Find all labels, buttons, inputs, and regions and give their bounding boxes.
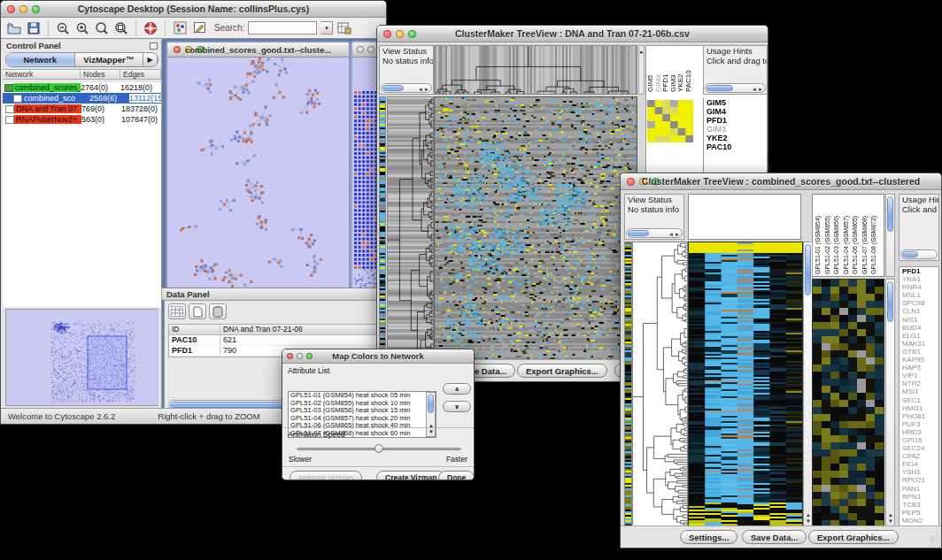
column-label[interactable]: YKE2 [677,46,685,94]
float-panel-icon[interactable] [150,42,158,50]
gene-label[interactable]: PHO81 [900,412,938,420]
new-attribute-icon[interactable] [189,303,206,319]
column-label[interactable]: PAC10 [685,46,693,94]
network-canvas[interactable] [167,58,349,324]
zoom-heatmap[interactable] [812,279,884,526]
zoom-in-icon[interactable] [74,20,90,36]
tab-vizmapper[interactable]: VizMapper™ [75,53,144,66]
gene-label[interactable]: VIP1 [900,372,938,380]
gene-label[interactable]: GIM3 [704,125,767,134]
settings-button[interactable]: Settings... [680,530,737,544]
gene-label[interactable]: CPA2 [900,452,938,460]
gene-label[interactable]: GTB1 [900,348,938,356]
export-graphics-button[interactable]: Export Graphics... [808,530,899,544]
zoom-selected-icon[interactable] [94,20,110,36]
delete-attribute-icon[interactable] [209,303,227,319]
gene-label[interactable]: PEP5 [900,509,938,517]
gene-label[interactable]: MSL1 [900,291,938,299]
gene-label[interactable]: GPI16 [900,436,938,444]
column-label[interactable]: GPL51-07 (GSM868) [861,195,871,276]
done-button[interactable]: Done [438,471,475,480]
main-titlebar[interactable]: Cytoscape Desktop (Session Name: collins… [1,1,386,18]
data-panel-titlebar[interactable]: Data Panel [162,288,386,300]
gene-label[interactable]: SEC24 [900,444,938,452]
treeview2-titlebar[interactable]: ClusterMaker TreeView : combined_scores_… [621,173,941,190]
gene-label[interactable]: TCB3 [900,501,938,509]
save-data-button[interactable]: Save Data... [742,530,807,544]
animation-speed-slider[interactable] [297,444,461,453]
import-table-icon[interactable] [336,20,352,36]
gene-label[interactable]: SPC98 [900,299,938,307]
create-vizmap-button[interactable]: Create Vizmap [376,471,445,480]
attribute-row[interactable]: PAC10 621 [169,335,380,346]
gene-label[interactable]: MSI1 [900,387,938,395]
help-lifering-icon[interactable] [143,20,158,36]
gene-label[interactable]: ELG1 [900,332,938,340]
gene-label[interactable]: YSH1 [900,468,938,476]
zoom-vscrollbar[interactable]: ▲▼ [885,279,895,526]
gene-label[interactable]: RPN1 [900,493,938,501]
column-label[interactable]: GIM5 [647,46,655,94]
gene-label[interactable]: GIM4 [704,107,767,116]
view-status-hscrollbar[interactable]: ◄► [381,83,432,93]
gene-label[interactable]: NIS1 [900,316,938,324]
gene-label[interactable]: MAK31 [900,340,938,348]
gene-label[interactable]: PUF3 [900,420,938,428]
gene-label[interactable]: CLN1 [900,307,938,315]
gene-label[interactable]: HAP3 [900,364,938,372]
open-file-icon[interactable] [6,20,22,36]
column-label[interactable]: GPL51-04 (GSM857) [843,195,853,276]
attribute-list-vscrollbar[interactable]: ▲▼ [426,392,436,437]
column-label[interactable]: PFD1 [662,46,670,94]
network-window-titlebar[interactable]: combined_scores_good.txt--cluste... [167,42,349,58]
search-input[interactable] [248,21,317,35]
network-list-row[interactable]: RNAPuberNov2+ 563(0) 107847(0) [3,114,161,125]
row-dendrogram[interactable] [387,96,434,367]
gene-label[interactable]: PFD1 [704,116,767,125]
column-label[interactable]: GIM4 [655,46,663,94]
column-dendrogram[interactable] [434,45,637,95]
gene-label[interactable]: PFD1 [900,267,938,275]
column-dendrogram[interactable] [688,194,801,240]
gene-label[interactable]: YRA1 [900,275,938,283]
save-icon[interactable] [26,20,42,36]
slider-thumb[interactable] [374,444,383,453]
tab-network[interactable]: Network [6,53,75,66]
dialog-titlebar[interactable]: Map Colors to Network [282,349,474,364]
gene-label[interactable]: MON2 [900,517,938,525]
resize-grip[interactable] [930,537,940,547]
gene-label[interactable]: BUD4 [900,324,938,332]
search-dropdown-button[interactable]: ▼ [320,21,333,35]
gene-label[interactable]: HMG1 [900,404,938,412]
usage-hints-hscrollbar[interactable] [900,249,938,259]
usage-hints-hscrollbar[interactable]: ◄► [705,83,766,93]
treeview1-titlebar[interactable]: ClusterMaker TreeView : DNA and Tran 07-… [377,26,768,42]
gene-label[interactable]: FIG4 [900,460,938,468]
column-label[interactable]: GPL51-06 (GSM865) [852,195,861,276]
gene-label[interactable]: HRD3 [900,428,938,436]
network-view-window[interactable]: combined_scores_good.txt--cluste... [166,41,351,326]
heatmap-main[interactable] [434,96,637,367]
move-up-button[interactable]: ∧ [443,383,471,395]
tab-overflow-arrow[interactable]: ▶ [143,53,158,66]
splitter-arrow[interactable]: ► [639,50,645,55]
column-label[interactable]: GPL51-08 (GSM872) [870,195,880,276]
zoom-fit-icon[interactable] [113,20,129,36]
column-label[interactable]: GPL51-02 (GSM855) [824,195,834,276]
minimize-button[interactable] [367,46,374,53]
heatmap-main[interactable] [688,242,803,526]
vizmapper-icon[interactable] [172,20,188,36]
gene-label[interactable]: SEC1 [900,396,938,404]
gene-label[interactable]: PAC10 [704,142,767,151]
column-label[interactable]: GPL51-01 (GSM854) [815,195,824,276]
gene-label[interactable]: KAP95 [900,356,938,364]
move-down-button[interactable]: ∨ [443,401,471,412]
network-list-row[interactable]: combined_scores_ 2764(0) 16218(0) [3,82,161,93]
row-dendrogram[interactable] [632,242,688,526]
attribute-select-icon[interactable] [168,303,186,319]
network-overview-thumbnail[interactable] [5,309,158,406]
gene-label[interactable]: NTR2 [900,380,938,387]
zoom-heatmap-matrix[interactable] [647,100,693,142]
view-status-hscrollbar[interactable]: ◄► [626,228,683,238]
gene-label[interactable]: GIM5 [704,98,767,107]
